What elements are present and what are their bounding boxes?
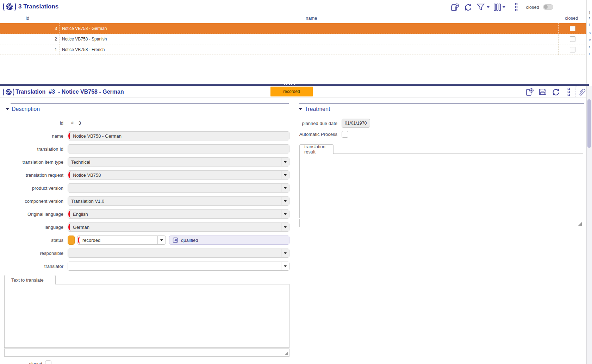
section-description[interactable]: Description <box>6 106 40 112</box>
section-rule <box>11 103 289 104</box>
dropdown-arrow-icon[interactable] <box>281 262 289 270</box>
dropdown-arrow-icon[interactable] <box>281 223 289 231</box>
resize-handle-icon[interactable] <box>285 352 288 355</box>
transition-qualified-button[interactable]: qualified <box>169 236 289 245</box>
closed-checkbox[interactable] <box>45 360 51 364</box>
toggle-knob <box>544 5 548 9</box>
column-header-closed[interactable]: closed <box>565 15 578 21</box>
scrollbar-thumb[interactable] <box>587 99 591 148</box>
app-logo-icon <box>3 88 14 98</box>
columns-icon[interactable] <box>493 3 505 12</box>
filter-caret-icon[interactable] <box>487 6 490 8</box>
translation-result-textarea[interactable] <box>299 153 583 218</box>
field-label: Automatic Process <box>274 132 342 137</box>
tab-text-to-translate[interactable]: Text to translate <box>4 275 56 284</box>
field-row-planned-due-date: planned due date 01/01/1970 <box>274 119 370 128</box>
translation-id-input[interactable] <box>68 144 289 153</box>
dropdown-arrow-icon[interactable] <box>281 197 289 205</box>
refresh-icon[interactable] <box>551 88 560 96</box>
required-marker <box>78 237 81 244</box>
product-version-dropdown[interactable] <box>68 183 289 193</box>
original-language-dropdown[interactable]: English <box>68 209 289 219</box>
dropdown-arrow-icon[interactable] <box>281 171 289 179</box>
vertical-scrollbar[interactable] <box>586 86 592 364</box>
component-version-dropdown[interactable]: Translation V1.0 <box>68 196 289 206</box>
more-menu-icon[interactable] <box>567 87 571 96</box>
row-closed-checkbox[interactable] <box>570 26 575 31</box>
save-icon[interactable] <box>538 88 547 96</box>
row-closed-checkbox[interactable] <box>570 36 575 42</box>
field-label: language <box>0 225 68 230</box>
id-value: 3 <box>79 120 81 126</box>
dropdown-arrow-icon[interactable] <box>157 236 166 244</box>
field-value: English <box>73 212 88 217</box>
planned-due-date-input[interactable]: 01/01/1970 <box>342 119 370 128</box>
row-id-cell: 2 <box>0 34 60 44</box>
more-menu-icon[interactable] <box>514 2 518 12</box>
text-to-translate-footer[interactable] <box>4 349 289 357</box>
field-row-language: language German <box>0 222 289 232</box>
field-label: translation request <box>0 172 68 178</box>
field-label: responsible <box>0 251 68 256</box>
tab-translation-result[interactable]: translation result <box>299 144 334 154</box>
translation-request-dropdown[interactable]: Notice VB758 <box>68 170 289 180</box>
row-closed-checkbox[interactable] <box>570 47 575 52</box>
column-header-name[interactable]: name <box>306 15 317 21</box>
text-to-translate-textarea[interactable] <box>4 284 289 348</box>
tab-label: Text to translate <box>11 277 44 283</box>
filter-icon[interactable] <box>476 3 490 11</box>
field-row-original-language: Original language English <box>0 209 289 219</box>
detail-toolbar <box>525 87 589 97</box>
field-row-translation-item-type: translation item type Technical <box>0 157 289 167</box>
paperclip-icon <box>578 88 587 96</box>
field-row-closed: closed <box>0 360 51 364</box>
status-color-swatch[interactable] <box>68 236 75 245</box>
tab-label: translation result <box>304 144 333 155</box>
dropdown-arrow-icon[interactable] <box>281 210 289 218</box>
language-dropdown[interactable]: German <box>68 222 289 232</box>
add-record-icon[interactable] <box>525 88 534 96</box>
table-row[interactable]: 3 Notice VB758 - German <box>0 23 587 34</box>
add-record-icon[interactable] <box>451 3 460 12</box>
column-header-id[interactable]: id <box>26 15 29 21</box>
dropdown-arrow-icon[interactable] <box>281 158 289 166</box>
closed-filter-toggle[interactable] <box>543 4 553 10</box>
clipped-text-fragment: r <box>589 52 590 56</box>
resize-handle-icon[interactable] <box>578 222 582 226</box>
refresh-icon[interactable] <box>463 3 473 12</box>
row-name-cell: Notice VB758 - French <box>60 44 559 55</box>
field-value: Notice VB758 <box>73 172 101 178</box>
required-marker <box>68 132 72 139</box>
translator-dropdown[interactable] <box>68 262 289 271</box>
status-badge: recorded <box>270 87 313 96</box>
status-combo[interactable]: recorded <box>77 236 166 245</box>
section-label: Treatment <box>305 106 330 112</box>
dropdown-arrow-icon[interactable] <box>281 249 289 257</box>
translation-item-type-dropdown[interactable]: Technical <box>68 157 289 167</box>
field-value: Notice VB758 - German <box>73 133 121 139</box>
field-label: status <box>0 238 68 243</box>
field-label: product version <box>0 186 68 191</box>
columns-caret-icon[interactable] <box>503 6 505 8</box>
name-input[interactable]: Notice VB758 - German <box>68 131 289 140</box>
responsible-dropdown[interactable] <box>68 249 289 258</box>
app-logo-icon <box>3 2 16 13</box>
list-title: 3 Translations <box>18 3 58 10</box>
field-label: id <box>0 120 68 126</box>
translation-result-footer[interactable] <box>299 219 583 227</box>
table-row[interactable]: 2 Notice VB758 - Spanish <box>0 34 587 44</box>
translations-table: 3 Notice VB758 - German 2 Notice VB758 -… <box>0 23 587 55</box>
panel-splitter[interactable] <box>0 84 589 86</box>
required-marker <box>68 211 72 218</box>
field-row-id: id # 3 <box>0 118 289 127</box>
row-id-cell: 1 <box>0 44 60 55</box>
field-row-automatic-process: Automatic Process <box>274 131 348 138</box>
table-row[interactable]: 1 Notice VB758 - French <box>0 44 587 55</box>
automatic-process-checkbox[interactable] <box>342 131 348 138</box>
field-row-responsible: responsible <box>0 249 289 258</box>
transition-icon <box>172 237 179 243</box>
section-treatment[interactable]: Treatment <box>299 106 330 112</box>
collapse-triangle-icon <box>299 108 302 110</box>
row-name-cell: Notice VB758 - German <box>60 23 559 33</box>
dropdown-arrow-icon[interactable] <box>281 184 289 192</box>
